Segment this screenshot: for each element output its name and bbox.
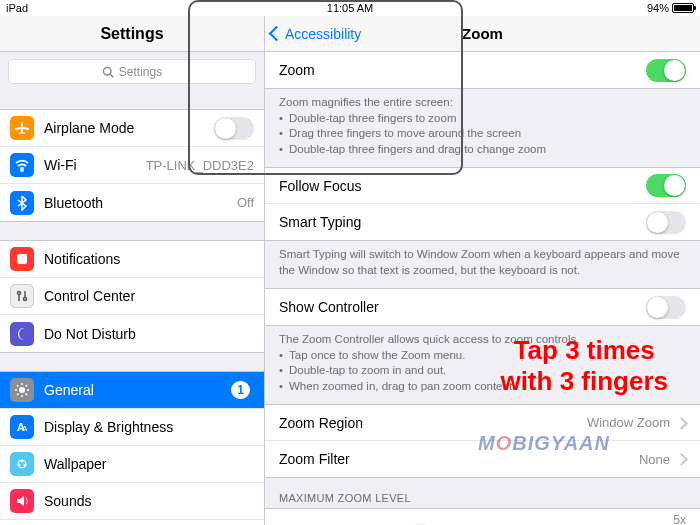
sidebar-item-control-center[interactable]: Control Center bbox=[0, 278, 264, 315]
sidebar-title: Settings bbox=[0, 16, 264, 52]
row-zoom[interactable]: Zoom bbox=[265, 52, 700, 88]
wallpaper-icon bbox=[10, 452, 34, 476]
dnd-icon bbox=[10, 322, 34, 346]
bluetooth-label: Bluetooth bbox=[44, 195, 237, 211]
display-label: Display & Brightness bbox=[44, 419, 254, 435]
sidebar-item-wallpaper[interactable]: Wallpaper bbox=[0, 446, 264, 483]
controller-description: The Zoom Controller allows quick access … bbox=[265, 326, 700, 404]
status-battery-pct: 94% bbox=[647, 2, 669, 14]
zoom-description: Zoom magnifies the entire screen: Double… bbox=[265, 89, 700, 167]
row-smart-typing[interactable]: Smart Typing bbox=[265, 204, 700, 240]
chevron-right-icon bbox=[674, 415, 686, 431]
zoom-region-label: Zoom Region bbox=[279, 415, 587, 431]
search-input[interactable]: Settings bbox=[8, 59, 256, 84]
detail-pane: Accessibility Zoom Zoom Zoom magnifies t… bbox=[265, 16, 700, 525]
show-controller-switch[interactable] bbox=[646, 296, 686, 319]
zoom-region-value: Window Zoom bbox=[587, 415, 670, 430]
search-placeholder: Settings bbox=[119, 65, 162, 79]
zoom-filter-value: None bbox=[639, 452, 670, 467]
sidebar-item-wifi[interactable]: Wi-Fi TP-LINK_DDD3E2 bbox=[0, 147, 264, 184]
zoom-label: Zoom bbox=[279, 62, 646, 78]
status-device: iPad bbox=[6, 2, 28, 14]
svg-point-13 bbox=[18, 464, 21, 467]
zoom-switch[interactable] bbox=[646, 59, 686, 82]
sidebar-item-sounds[interactable]: Sounds bbox=[0, 483, 264, 520]
svg-point-4 bbox=[18, 292, 21, 295]
general-label: General bbox=[44, 382, 231, 398]
zoom-filter-label: Zoom Filter bbox=[279, 451, 639, 467]
sidebar-item-display[interactable]: AA Display & Brightness bbox=[0, 409, 264, 446]
follow-focus-label: Follow Focus bbox=[279, 178, 646, 194]
notifications-label: Notifications bbox=[44, 251, 254, 267]
wallpaper-label: Wallpaper bbox=[44, 456, 254, 472]
wifi-label: Wi-Fi bbox=[44, 157, 146, 173]
back-button[interactable]: Accessibility bbox=[271, 26, 361, 42]
svg-point-5 bbox=[24, 298, 27, 301]
control-center-label: Control Center bbox=[44, 288, 254, 304]
notifications-icon bbox=[10, 247, 34, 271]
battery-icon bbox=[672, 3, 694, 13]
row-zoom-filter[interactable]: Zoom Filter None bbox=[265, 441, 700, 477]
airplane-icon bbox=[10, 116, 34, 140]
max-zoom-value: 5x bbox=[279, 513, 686, 525]
sidebar-item-passcode[interactable]: Passcode bbox=[0, 520, 264, 525]
svg-point-8 bbox=[19, 387, 25, 393]
svg-point-0 bbox=[103, 67, 111, 75]
sidebar-item-notifications[interactable]: Notifications bbox=[0, 241, 264, 278]
row-max-zoom[interactable]: 5x bbox=[265, 509, 700, 525]
svg-text:A: A bbox=[22, 424, 28, 433]
smart-typing-description: Smart Typing will switch to Window Zoom … bbox=[265, 241, 700, 288]
svg-point-14 bbox=[24, 464, 27, 467]
row-zoom-region[interactable]: Zoom Region Window Zoom bbox=[265, 405, 700, 441]
status-bar: iPad 11:05 AM 94% bbox=[0, 0, 700, 16]
wifi-icon bbox=[10, 153, 34, 177]
sidebar-item-general[interactable]: General 1 bbox=[0, 372, 264, 409]
general-badge: 1 bbox=[231, 381, 250, 399]
bluetooth-value: Off bbox=[237, 195, 254, 210]
sidebar-item-dnd[interactable]: Do Not Disturb bbox=[0, 315, 264, 352]
smart-typing-switch[interactable] bbox=[646, 211, 686, 234]
svg-line-1 bbox=[110, 74, 113, 77]
svg-rect-3 bbox=[17, 254, 27, 264]
row-follow-focus[interactable]: Follow Focus bbox=[265, 168, 700, 204]
svg-point-12 bbox=[21, 460, 24, 463]
svg-point-2 bbox=[21, 169, 23, 171]
sounds-icon bbox=[10, 489, 34, 513]
settings-sidebar: Settings Settings Airplane Mode Wi-Fi TP… bbox=[0, 16, 265, 525]
detail-title: Zoom bbox=[462, 25, 503, 42]
airplane-label: Airplane Mode bbox=[44, 120, 214, 136]
chevron-right-icon bbox=[674, 451, 686, 467]
search-icon bbox=[102, 66, 114, 78]
show-controller-label: Show Controller bbox=[279, 299, 646, 315]
bluetooth-icon bbox=[10, 191, 34, 215]
row-show-controller[interactable]: Show Controller bbox=[265, 289, 700, 325]
sidebar-item-airplane[interactable]: Airplane Mode bbox=[0, 110, 264, 147]
sidebar-item-bluetooth[interactable]: Bluetooth Off bbox=[0, 184, 264, 221]
wifi-value: TP-LINK_DDD3E2 bbox=[146, 158, 254, 173]
smart-typing-label: Smart Typing bbox=[279, 214, 646, 230]
airplane-switch[interactable] bbox=[214, 117, 254, 140]
status-time: 11:05 AM bbox=[327, 2, 373, 14]
sounds-label: Sounds bbox=[44, 493, 254, 509]
control-center-icon bbox=[10, 284, 34, 308]
max-zoom-section-label: MAXIMUM ZOOM LEVEL bbox=[265, 478, 700, 508]
follow-focus-switch[interactable] bbox=[646, 174, 686, 197]
dnd-label: Do Not Disturb bbox=[44, 326, 254, 342]
general-icon bbox=[10, 378, 34, 402]
display-icon: AA bbox=[10, 415, 34, 439]
